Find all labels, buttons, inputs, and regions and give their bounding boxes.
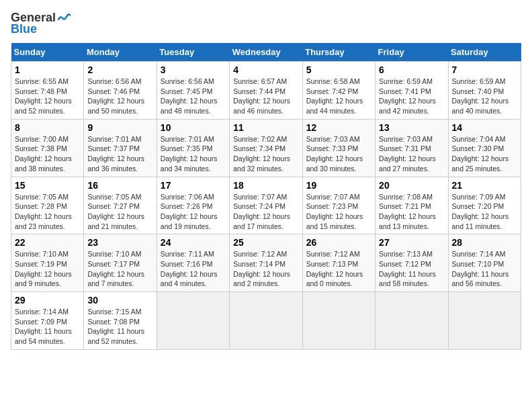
day-number: 2 bbox=[87, 64, 152, 75]
day-info: Sunrise: 7:10 AM Sunset: 7:17 PM Dayligh… bbox=[87, 249, 152, 289]
day-cell: 25Sunrise: 7:12 AM Sunset: 7:14 PM Dayli… bbox=[230, 234, 302, 292]
header-row: SundayMondayTuesdayWednesdayThursdayFrid… bbox=[11, 43, 521, 62]
day-info: Sunrise: 6:56 AM Sunset: 7:46 PM Dayligh… bbox=[87, 77, 152, 116]
day-info: Sunrise: 7:07 AM Sunset: 7:23 PM Dayligh… bbox=[306, 192, 371, 232]
day-cell: 22Sunrise: 7:10 AM Sunset: 7:19 PM Dayli… bbox=[11, 234, 84, 292]
day-info: Sunrise: 7:07 AM Sunset: 7:24 PM Dayligh… bbox=[233, 192, 298, 232]
day-number: 8 bbox=[15, 122, 80, 133]
day-cell bbox=[302, 292, 375, 350]
day-number: 24 bbox=[161, 237, 226, 248]
day-cell: 7Sunrise: 6:59 AM Sunset: 7:40 PM Daylig… bbox=[448, 62, 521, 120]
day-cell: 1Sunrise: 6:55 AM Sunset: 7:48 PM Daylig… bbox=[11, 62, 84, 120]
header-wednesday: Wednesday bbox=[230, 43, 302, 62]
header-monday: Monday bbox=[84, 43, 157, 62]
day-cell: 6Sunrise: 6:59 AM Sunset: 7:41 PM Daylig… bbox=[375, 62, 448, 120]
day-cell: 29Sunrise: 7:14 AM Sunset: 7:09 PM Dayli… bbox=[11, 292, 84, 350]
day-cell: 5Sunrise: 6:58 AM Sunset: 7:42 PM Daylig… bbox=[302, 62, 375, 120]
day-cell: 2Sunrise: 6:56 AM Sunset: 7:46 PM Daylig… bbox=[84, 62, 157, 120]
day-info: Sunrise: 7:08 AM Sunset: 7:21 PM Dayligh… bbox=[379, 192, 444, 232]
day-number: 13 bbox=[379, 122, 444, 133]
day-info: Sunrise: 6:58 AM Sunset: 7:42 PM Dayligh… bbox=[306, 77, 371, 116]
day-info: Sunrise: 7:04 AM Sunset: 7:30 PM Dayligh… bbox=[452, 134, 517, 174]
day-info: Sunrise: 6:59 AM Sunset: 7:41 PM Dayligh… bbox=[379, 77, 444, 116]
day-number: 12 bbox=[306, 122, 371, 133]
day-cell: 4Sunrise: 6:57 AM Sunset: 7:44 PM Daylig… bbox=[230, 62, 302, 120]
day-number: 25 bbox=[233, 237, 298, 248]
day-cell: 21Sunrise: 7:09 AM Sunset: 7:20 PM Dayli… bbox=[448, 177, 521, 234]
day-number: 19 bbox=[306, 180, 371, 191]
day-number: 21 bbox=[452, 180, 517, 191]
day-cell: 3Sunrise: 6:56 AM Sunset: 7:45 PM Daylig… bbox=[157, 62, 229, 120]
day-cell: 18Sunrise: 7:07 AM Sunset: 7:24 PM Dayli… bbox=[230, 177, 302, 234]
day-number: 4 bbox=[233, 64, 298, 75]
day-info: Sunrise: 7:12 AM Sunset: 7:13 PM Dayligh… bbox=[306, 249, 371, 289]
header-sunday: Sunday bbox=[11, 43, 84, 62]
week-row-5: 29Sunrise: 7:14 AM Sunset: 7:09 PM Dayli… bbox=[11, 292, 521, 350]
day-number: 30 bbox=[87, 295, 152, 306]
day-cell: 8Sunrise: 7:00 AM Sunset: 7:38 PM Daylig… bbox=[11, 119, 84, 177]
day-info: Sunrise: 7:03 AM Sunset: 7:31 PM Dayligh… bbox=[379, 134, 444, 174]
day-number: 1 bbox=[15, 64, 80, 75]
day-number: 7 bbox=[452, 64, 517, 75]
day-info: Sunrise: 6:57 AM Sunset: 7:44 PM Dayligh… bbox=[233, 77, 298, 116]
day-cell: 10Sunrise: 7:01 AM Sunset: 7:35 PM Dayli… bbox=[157, 119, 229, 177]
header-saturday: Saturday bbox=[448, 43, 521, 62]
day-number: 22 bbox=[15, 237, 80, 248]
day-info: Sunrise: 6:55 AM Sunset: 7:48 PM Dayligh… bbox=[15, 77, 80, 116]
day-info: Sunrise: 7:12 AM Sunset: 7:14 PM Dayligh… bbox=[233, 249, 298, 289]
day-info: Sunrise: 7:02 AM Sunset: 7:34 PM Dayligh… bbox=[233, 134, 298, 174]
day-cell: 12Sunrise: 7:03 AM Sunset: 7:33 PM Dayli… bbox=[302, 119, 375, 177]
day-info: Sunrise: 7:06 AM Sunset: 7:26 PM Dayligh… bbox=[161, 192, 226, 232]
day-number: 3 bbox=[161, 64, 226, 75]
day-info: Sunrise: 7:03 AM Sunset: 7:33 PM Dayligh… bbox=[306, 134, 371, 174]
day-cell: 24Sunrise: 7:11 AM Sunset: 7:16 PM Dayli… bbox=[157, 234, 229, 292]
day-cell: 17Sunrise: 7:06 AM Sunset: 7:26 PM Dayli… bbox=[157, 177, 229, 234]
day-cell: 26Sunrise: 7:12 AM Sunset: 7:13 PM Dayli… bbox=[302, 234, 375, 292]
day-info: Sunrise: 7:15 AM Sunset: 7:08 PM Dayligh… bbox=[87, 307, 152, 347]
day-cell: 13Sunrise: 7:03 AM Sunset: 7:31 PM Dayli… bbox=[375, 119, 448, 177]
page-header: General Blue bbox=[11, 11, 521, 36]
day-number: 9 bbox=[87, 122, 152, 133]
day-number: 10 bbox=[161, 122, 226, 133]
logo: General Blue bbox=[11, 11, 71, 36]
day-cell bbox=[375, 292, 448, 350]
day-cell: 23Sunrise: 7:10 AM Sunset: 7:17 PM Dayli… bbox=[84, 234, 157, 292]
day-info: Sunrise: 7:14 AM Sunset: 7:09 PM Dayligh… bbox=[15, 307, 80, 347]
day-cell: 28Sunrise: 7:14 AM Sunset: 7:10 PM Dayli… bbox=[448, 234, 521, 292]
day-number: 16 bbox=[87, 180, 152, 191]
day-info: Sunrise: 7:05 AM Sunset: 7:27 PM Dayligh… bbox=[87, 192, 152, 232]
day-info: Sunrise: 7:14 AM Sunset: 7:10 PM Dayligh… bbox=[452, 249, 517, 289]
day-info: Sunrise: 7:01 AM Sunset: 7:35 PM Dayligh… bbox=[161, 134, 226, 174]
logo-blue: Blue bbox=[11, 22, 37, 36]
day-info: Sunrise: 7:11 AM Sunset: 7:16 PM Dayligh… bbox=[161, 249, 226, 289]
logo-wave-icon bbox=[57, 11, 71, 25]
day-cell: 15Sunrise: 7:05 AM Sunset: 7:28 PM Dayli… bbox=[11, 177, 84, 234]
day-number: 26 bbox=[306, 237, 371, 248]
day-cell bbox=[448, 292, 521, 350]
header-friday: Friday bbox=[375, 43, 448, 62]
day-info: Sunrise: 7:10 AM Sunset: 7:19 PM Dayligh… bbox=[15, 249, 80, 289]
day-info: Sunrise: 7:00 AM Sunset: 7:38 PM Dayligh… bbox=[15, 134, 80, 174]
day-number: 18 bbox=[233, 180, 298, 191]
day-number: 5 bbox=[306, 64, 371, 75]
day-number: 17 bbox=[161, 180, 226, 191]
day-info: Sunrise: 7:01 AM Sunset: 7:37 PM Dayligh… bbox=[87, 134, 152, 174]
day-number: 20 bbox=[379, 180, 444, 191]
day-info: Sunrise: 6:56 AM Sunset: 7:45 PM Dayligh… bbox=[161, 77, 226, 116]
header-tuesday: Tuesday bbox=[157, 43, 229, 62]
day-number: 11 bbox=[233, 122, 298, 133]
day-cell: 27Sunrise: 7:13 AM Sunset: 7:12 PM Dayli… bbox=[375, 234, 448, 292]
week-row-2: 8Sunrise: 7:00 AM Sunset: 7:38 PM Daylig… bbox=[11, 119, 521, 177]
day-info: Sunrise: 7:13 AM Sunset: 7:12 PM Dayligh… bbox=[379, 249, 444, 289]
logo-container: General Blue bbox=[11, 11, 71, 36]
header-thursday: Thursday bbox=[302, 43, 375, 62]
calendar-table: SundayMondayTuesdayWednesdayThursdayFrid… bbox=[11, 43, 521, 350]
week-row-1: 1Sunrise: 6:55 AM Sunset: 7:48 PM Daylig… bbox=[11, 62, 521, 120]
week-row-3: 15Sunrise: 7:05 AM Sunset: 7:28 PM Dayli… bbox=[11, 177, 521, 234]
day-cell: 19Sunrise: 7:07 AM Sunset: 7:23 PM Dayli… bbox=[302, 177, 375, 234]
day-number: 29 bbox=[15, 295, 80, 306]
day-number: 15 bbox=[15, 180, 80, 191]
day-cell: 14Sunrise: 7:04 AM Sunset: 7:30 PM Dayli… bbox=[448, 119, 521, 177]
day-cell: 9Sunrise: 7:01 AM Sunset: 7:37 PM Daylig… bbox=[84, 119, 157, 177]
day-number: 28 bbox=[452, 237, 517, 248]
